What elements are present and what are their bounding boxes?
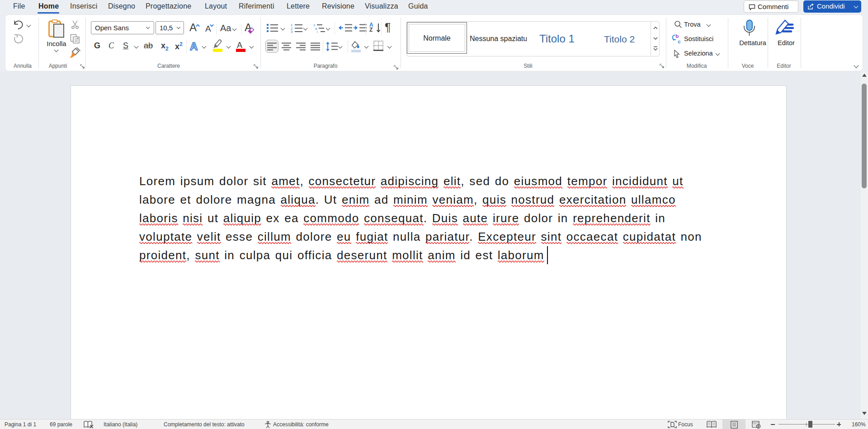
svg-text:c: c xyxy=(678,39,681,44)
svg-text:3: 3 xyxy=(291,30,292,34)
svg-text:i: i xyxy=(317,30,318,34)
svg-text:b: b xyxy=(675,33,679,39)
